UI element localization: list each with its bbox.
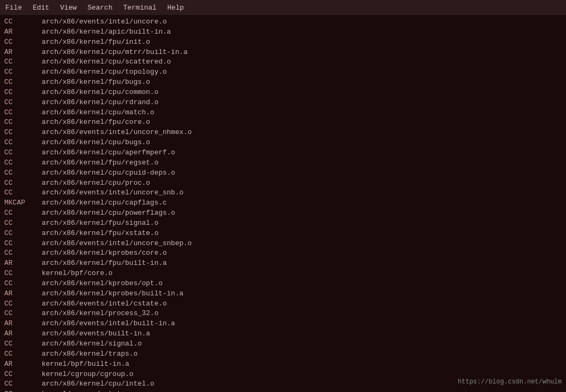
path-text: arch/x86/kernel/cpu/common.o — [42, 88, 158, 98]
path-text: kernel/bpf/built-in.a — [42, 359, 129, 370]
path-text: arch/x86/kernel/cpu/rdrand.o — [42, 98, 158, 108]
path-text: arch/x86/events/intel/uncore.o — [42, 17, 167, 27]
cmd-label: CC — [4, 67, 42, 77]
terminal-line: CCarch/x86/kernel/signal.o — [4, 339, 562, 349]
cmd-label: CC — [4, 138, 42, 148]
cmd-label: CC — [4, 158, 42, 168]
terminal-line: CCarch/x86/kernel/cpu/scattered.o — [4, 57, 562, 67]
path-text: arch/x86/kernel/fpu/core.o — [42, 117, 150, 128]
terminal-line: CCarch/x86/kernel/cpu/rdrand.o — [4, 98, 562, 108]
terminal-line: CCarch/x86/events/intel/uncore_nhmex.o — [4, 128, 562, 138]
terminal-line: CCarch/x86/kernel/kprobes/core.o — [4, 248, 562, 258]
terminal-line: MKCAParch/x86/kernel/cpu/capflags.c — [4, 198, 562, 208]
cmd-label: CC — [4, 370, 42, 380]
terminal-line: CCarch/x86/kernel/fpu/regset.o — [4, 158, 562, 168]
terminal-line: ARarch/x86/events/built-in.a — [4, 329, 562, 339]
cmd-label: AR — [4, 48, 42, 58]
terminal-line: CCarch/x86/kernel/cpu/powerflags.o — [4, 208, 562, 218]
cmd-label: AR — [4, 289, 42, 299]
path-text: arch/x86/kernel/process_32.o — [42, 309, 158, 319]
path-text: arch/x86/kernel/fpu/signal.o — [42, 218, 158, 229]
terminal-line: CCarch/x86/kernel/fpu/core.o — [4, 117, 562, 128]
cmd-label: CC — [4, 299, 42, 309]
path-text: arch/x86/kernel/apic/built-in.a — [42, 27, 171, 37]
menu-search[interactable]: Search — [84, 3, 116, 13]
terminal-line: ARarch/x86/kernel/cpu/mtrr/built-in.a — [4, 48, 562, 58]
menu-help[interactable]: Help — [164, 3, 187, 13]
menu-file[interactable]: File — [2, 3, 25, 13]
path-text: arch/x86/kernel/cpu/powerflags.o — [42, 208, 175, 218]
path-text: arch/x86/kernel/traps.o — [42, 349, 137, 359]
cmd-label: CC — [4, 279, 42, 289]
cmd-label: CC — [4, 88, 42, 98]
menu-view[interactable]: View — [57, 3, 80, 13]
cmd-label: CC — [4, 349, 42, 359]
terminal-line: CCarch/x86/kernel/fpu/xstate.o — [4, 229, 562, 239]
path-text: arch/x86/kernel/fpu/built-in.a — [42, 258, 167, 269]
terminal-line: CCarch/x86/kernel/kprobes/opt.o — [4, 279, 562, 289]
path-text: kernel/cgroup/rstat.o — [42, 389, 129, 392]
cmd-label: CC — [4, 269, 42, 279]
terminal-line: CCarch/x86/kernel/cpu/topology.o — [4, 67, 562, 77]
cmd-label: CC — [4, 178, 42, 189]
path-text: arch/x86/kernel/kprobes/opt.o — [42, 279, 162, 289]
path-text: arch/x86/events/intel/uncore_snbep.o — [42, 239, 192, 249]
path-text: arch/x86/kernel/cpu/mtrr/built-in.a — [42, 48, 188, 58]
path-text: kernel/bpf/core.o — [42, 269, 113, 279]
cmd-label: CC — [4, 148, 42, 158]
path-text: arch/x86/kernel/cpu/proc.o — [42, 178, 150, 189]
path-text: arch/x86/kernel/kprobes/core.o — [42, 248, 167, 258]
path-text: arch/x86/kernel/cpu/capflags.c — [42, 198, 167, 208]
cmd-label: CC — [4, 309, 42, 319]
path-text: arch/x86/kernel/fpu/bugs.o — [42, 77, 150, 88]
terminal-line: CCkernel/bpf/core.o — [4, 269, 562, 279]
path-text: arch/x86/events/intel/uncore_nhmex.o — [42, 128, 192, 138]
terminal-line: ARarch/x86/kernel/kprobes/built-in.a — [4, 289, 562, 299]
cmd-label: AR — [4, 359, 42, 370]
cmd-label: CC — [4, 188, 42, 198]
terminal-line: ARarch/x86/kernel/fpu/built-in.a — [4, 258, 562, 269]
terminal-line: CCarch/x86/kernel/cpu/aperfmperf.o — [4, 148, 562, 158]
path-text: arch/x86/kernel/cpu/intel.o — [42, 379, 154, 389]
cmd-label: AR — [4, 329, 42, 339]
path-text: arch/x86/kernel/cpu/scattered.o — [42, 57, 171, 67]
cmd-label: CC — [4, 128, 42, 138]
terminal-line: CCarch/x86/kernel/cpu/proc.o — [4, 178, 562, 189]
path-text: arch/x86/kernel/cpu/cpuid-deps.o — [42, 168, 175, 178]
cmd-label: CC — [4, 77, 42, 88]
cmd-label: CC — [4, 208, 42, 218]
menu-terminal[interactable]: Terminal — [120, 3, 159, 13]
path-text: kernel/cgroup/cgroup.o — [42, 370, 134, 380]
terminal-line: CCarch/x86/kernel/cpu/cpuid-deps.o — [4, 168, 562, 178]
cmd-label: CC — [4, 17, 42, 27]
terminal-line: ARkernel/bpf/built-in.a — [4, 359, 562, 370]
path-text: arch/x86/kernel/cpu/match.o — [42, 108, 154, 118]
terminal-line: CCarch/x86/kernel/fpu/signal.o — [4, 218, 562, 229]
cmd-label: CC — [4, 389, 42, 392]
path-text: arch/x86/kernel/fpu/init.o — [42, 37, 150, 48]
menu-edit[interactable]: Edit — [29, 3, 52, 13]
cmd-label: CC — [4, 248, 42, 258]
terminal-line: CCarch/x86/kernel/cpu/bugs.o — [4, 138, 562, 148]
cmd-label: CC — [4, 229, 42, 239]
terminal-line: ARarch/x86/events/intel/built-in.a — [4, 319, 562, 329]
path-text: arch/x86/events/intel/built-in.a — [42, 319, 175, 329]
terminal-output: CCarch/x86/events/intel/uncore.oARarch/x… — [0, 15, 566, 392]
terminal-line: CCarch/x86/kernel/cpu/common.o — [4, 88, 562, 98]
menubar: File Edit View Search Terminal Help — [0, 0, 566, 15]
path-text: arch/x86/kernel/fpu/regset.o — [42, 158, 158, 168]
path-text: arch/x86/kernel/signal.o — [42, 339, 142, 349]
cmd-label: CC — [4, 37, 42, 48]
terminal-line: CCarch/x86/events/intel/uncore_snbep.o — [4, 239, 562, 249]
terminal-line: CCkernel/cgroup/rstat.o — [4, 389, 562, 392]
path-text: arch/x86/events/built-in.a — [42, 329, 150, 339]
path-text: arch/x86/kernel/fpu/xstate.o — [42, 229, 158, 239]
path-text: arch/x86/events/intel/cstate.o — [42, 299, 167, 309]
cmd-label: CC — [4, 379, 42, 389]
terminal-line: CCarch/x86/kernel/traps.o — [4, 349, 562, 359]
path-text: arch/x86/kernel/kprobes/built-in.a — [42, 289, 183, 299]
path-text: arch/x86/kernel/cpu/aperfmperf.o — [42, 148, 175, 158]
cmd-label: AR — [4, 27, 42, 37]
cmd-label: AR — [4, 258, 42, 269]
path-text: arch/x86/events/intel/uncore_snb.o — [42, 188, 183, 198]
